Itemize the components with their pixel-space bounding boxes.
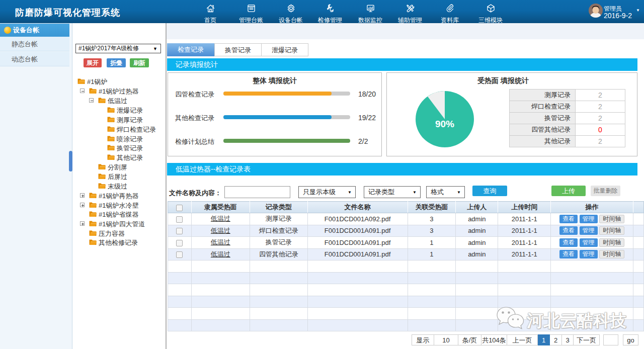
svg-text:90%: 90%	[435, 119, 454, 129]
